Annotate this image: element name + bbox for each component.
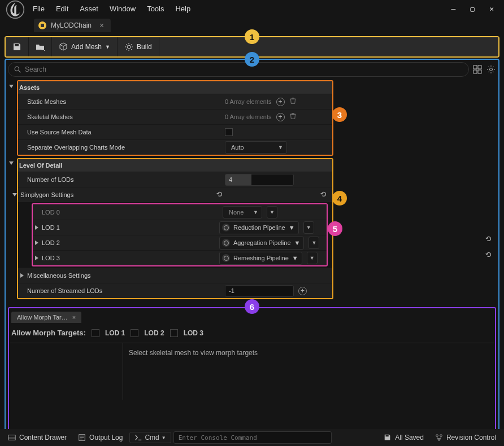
morph-lod1-checkbox[interactable] xyxy=(92,329,99,337)
console-input[interactable] xyxy=(173,431,332,444)
close-icon[interactable]: × xyxy=(72,314,76,321)
menu-window[interactable]: Window xyxy=(110,5,136,13)
window-maximize-icon[interactable]: ▢ xyxy=(470,5,475,13)
lod3-pipeline-dropdown[interactable]: Remeshing Pipeline ▼ xyxy=(219,252,302,265)
add-element-icon[interactable]: + xyxy=(276,113,285,121)
search-icon xyxy=(14,66,21,73)
search-input[interactable] xyxy=(25,65,463,73)
tab-close-icon[interactable]: × xyxy=(99,21,104,30)
use-source-mesh-label: Use Source Mesh Data xyxy=(27,129,225,135)
svg-point-10 xyxy=(490,68,493,71)
app-logo xyxy=(5,0,26,20)
lod2-extra-dropdown[interactable]: ▼ xyxy=(309,237,319,249)
annotation-badge-4: 4 xyxy=(332,191,347,205)
output-log-button[interactable]: Output Log xyxy=(73,432,127,443)
add-mesh-button[interactable]: Add Mesh ▼ xyxy=(52,37,118,56)
settings-icon[interactable] xyxy=(486,64,496,75)
all-saved-label: All Saved xyxy=(395,434,424,441)
use-source-mesh-row: Use Source Mesh Data xyxy=(18,124,332,139)
main-menu: File Edit Asset Window Tools Help xyxy=(33,5,190,13)
static-meshes-label: Static Meshes xyxy=(27,98,225,105)
cmd-selector[interactable]: Cmd ▼ xyxy=(129,432,171,443)
use-source-mesh-checkbox[interactable] xyxy=(225,128,233,136)
streamed-lods-label: Number of Streamed LODs xyxy=(27,287,225,294)
skeletal-meshes-value: 0 Array elements xyxy=(225,113,272,120)
assets-header[interactable]: Assets xyxy=(18,81,332,94)
expand-icon[interactable] xyxy=(20,273,24,278)
morph-lod3-checkbox[interactable] xyxy=(170,329,178,337)
revert-icon[interactable] xyxy=(320,190,328,200)
add-element-icon[interactable]: + xyxy=(276,98,285,106)
add-mesh-label: Add Mesh xyxy=(71,43,102,51)
lod1-pipeline-dropdown[interactable]: Reduction Pipeline ▼ xyxy=(219,221,299,234)
window-minimize-icon[interactable]: — xyxy=(451,5,456,13)
streamed-lods-row: Number of Streamed LODs -1 + xyxy=(18,283,332,298)
svg-rect-11 xyxy=(8,435,15,440)
expand-icon[interactable] xyxy=(9,85,14,88)
lod3-row: LOD 3 Remeshing Pipeline ▼ ▼ xyxy=(33,250,327,265)
separate-charts-label: Separate Overlapping Charts Mode xyxy=(27,144,225,151)
separate-charts-value: Auto xyxy=(231,144,244,151)
morph-tab[interactable]: Allow Morph Tar… × xyxy=(11,312,81,323)
lod1-label: LOD 1 xyxy=(42,224,219,231)
lod1-pipeline-value: Reduction Pipeline xyxy=(233,224,285,231)
menu-help[interactable]: Help xyxy=(175,5,190,13)
window-close-icon[interactable]: ✕ xyxy=(489,5,494,13)
build-button[interactable]: Build xyxy=(118,37,159,56)
separate-charts-dropdown[interactable]: Auto ▼ xyxy=(225,141,287,154)
menu-edit[interactable]: Edit xyxy=(56,5,68,13)
expand-icon[interactable] xyxy=(35,256,38,260)
menu-asset[interactable]: Asset xyxy=(80,5,98,13)
svg-line-5 xyxy=(19,71,20,72)
chevron-down-icon: ▼ xyxy=(310,255,315,261)
revision-control-button[interactable]: Revision Control xyxy=(431,432,501,443)
streamed-lods-input[interactable]: -1 xyxy=(225,285,294,297)
expand-icon[interactable] xyxy=(35,225,38,230)
skeletal-meshes-label: Skeletal Meshes xyxy=(27,113,225,120)
num-lods-input[interactable]: 4 xyxy=(225,174,294,186)
lod0-pipeline-dropdown[interactable]: None ▼ xyxy=(223,206,262,218)
misc-settings-label: Miscellaneous Settings xyxy=(27,272,225,279)
document-tab[interactable]: MyLODChain × xyxy=(34,19,111,32)
revision-control-label: Revision Control xyxy=(446,434,496,441)
build-label: Build xyxy=(137,43,152,51)
chevron-down-icon: ▼ xyxy=(292,255,298,261)
expand-icon[interactable] xyxy=(9,161,14,165)
morph-lod2-checkbox[interactable] xyxy=(131,329,138,337)
lod0-extra-dropdown[interactable]: ▼ xyxy=(267,206,277,218)
svg-line-2 xyxy=(44,50,45,51)
menu-file[interactable]: File xyxy=(33,5,45,13)
lod0-row: LOD 0 None ▼ ▼ xyxy=(33,204,327,220)
trash-icon[interactable] xyxy=(289,112,297,121)
chevron-down-icon: ▼ xyxy=(311,240,316,246)
expand-icon[interactable] xyxy=(35,241,38,245)
lod-section-highlight: Level Of Detail Number of LODs 4 Simplyg… xyxy=(17,158,333,299)
revert-icon[interactable] xyxy=(216,190,224,200)
lod-header[interactable]: Level Of Detail xyxy=(18,159,332,172)
grid-view-icon[interactable] xyxy=(472,64,483,75)
morph-targets-row: Allow Morph Targets: LOD 1 LOD 2 LOD 3 xyxy=(9,323,495,343)
trash-icon[interactable] xyxy=(289,97,297,106)
expand-icon[interactable] xyxy=(12,193,17,196)
browse-button[interactable] xyxy=(29,37,52,56)
search-box[interactable] xyxy=(8,62,469,77)
revert-icon[interactable] xyxy=(485,251,493,260)
menu-tools[interactable]: Tools xyxy=(147,5,164,13)
static-meshes-row: Static Meshes 0 Array elements + xyxy=(18,94,332,109)
revert-icon[interactable] xyxy=(485,235,493,244)
assets-section-highlight: Assets Static Meshes 0 Array elements + … xyxy=(17,80,333,156)
save-button[interactable] xyxy=(6,37,29,56)
details-highlight: 2 Assets Static Meshes 0 Array xyxy=(5,59,499,446)
lod-title: Level Of Detail xyxy=(19,162,62,169)
all-saved-button[interactable]: All Saved xyxy=(379,432,428,443)
content-drawer-button[interactable]: Content Drawer xyxy=(3,432,71,443)
num-lods-value: 4 xyxy=(229,176,232,183)
add-element-icon[interactable]: + xyxy=(298,287,307,295)
lod3-extra-dropdown[interactable]: ▼ xyxy=(307,252,318,264)
tab-title: MyLODChain xyxy=(51,21,92,29)
lod1-extra-dropdown[interactable]: ▼ xyxy=(303,221,314,234)
annotation-badge-6: 6 xyxy=(245,299,259,314)
pipeline-icon xyxy=(222,239,230,247)
lod2-row: LOD 2 Aggregation Pipeline ▼ ▼ xyxy=(33,235,327,250)
lod2-pipeline-dropdown[interactable]: Aggregation Pipeline ▼ xyxy=(219,237,304,250)
